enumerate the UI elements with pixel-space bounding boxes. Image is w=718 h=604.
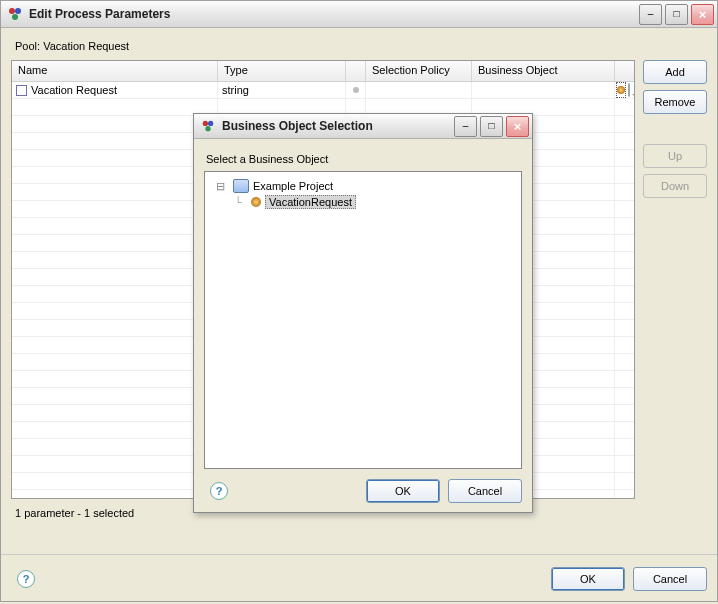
tree-line-icon: └ [229, 196, 247, 209]
dialog-label: Select a Business Object [204, 149, 522, 171]
dialog-close-button[interactable]: × [506, 116, 529, 137]
app-icon [7, 6, 23, 22]
col-end [615, 61, 634, 81]
col-business[interactable]: Business Object [472, 61, 615, 81]
pool-label: Pool: Vacation Request [11, 38, 707, 60]
business-picker-button[interactable] [616, 82, 626, 98]
ok-button[interactable]: OK [551, 567, 625, 591]
dialog-help-icon[interactable]: ? [210, 482, 228, 500]
tree-item-row[interactable]: └ VacationRequest [211, 194, 517, 210]
svg-point-0 [9, 8, 15, 14]
maximize-button[interactable]: □ [665, 4, 688, 25]
minimize-button[interactable]: – [639, 4, 662, 25]
expand-toggle[interactable]: ⊟ [211, 180, 229, 193]
svg-point-3 [203, 121, 208, 126]
dialog-title-bar[interactable]: Business Object Selection – □ × [194, 114, 532, 139]
help-icon[interactable]: ? [17, 570, 35, 588]
bean-icon [617, 86, 625, 94]
up-button: Up [643, 144, 707, 168]
dialog-title: Business Object Selection [222, 119, 454, 133]
close-button[interactable]: × [691, 4, 714, 25]
row-name: Vacation Request [31, 84, 117, 96]
dialog-ok-button[interactable]: OK [366, 479, 440, 503]
maximize-icon: □ [488, 121, 494, 131]
col-subtype[interactable] [346, 61, 366, 81]
add-button[interactable]: Add [643, 60, 707, 84]
subtype-dot-icon [353, 87, 359, 93]
row-icon [16, 85, 27, 96]
main-title-bar[interactable]: Edit Process Parameters – □ × [1, 1, 717, 28]
remove-button[interactable]: Remove [643, 90, 707, 114]
dialog-app-icon [200, 118, 216, 134]
dialog-minimize-button[interactable]: – [454, 116, 477, 137]
pool-prefix: Pool: [15, 40, 43, 52]
close-icon: × [514, 120, 522, 133]
dialog-maximize-button[interactable]: □ [480, 116, 503, 137]
bean-icon [251, 197, 261, 207]
minimize-icon: – [648, 9, 654, 19]
folder-icon [233, 179, 249, 193]
col-name[interactable]: Name [12, 61, 218, 81]
svg-point-5 [205, 126, 210, 131]
side-buttons: Add Remove Up Down [643, 60, 707, 499]
business-object-tree[interactable]: ⊟ Example Project └ VacationRequest [204, 171, 522, 469]
tree-item-label: VacationRequest [265, 195, 356, 209]
tree-project-label: Example Project [253, 180, 333, 192]
table-header: Name Type Selection Policy Business Obje… [12, 61, 634, 82]
comment-icon[interactable] [628, 83, 630, 97]
col-type[interactable]: Type [218, 61, 346, 81]
minimize-icon: – [463, 121, 469, 131]
maximize-icon: □ [673, 9, 679, 19]
bottom-bar: ? OK Cancel [1, 554, 717, 602]
col-selection[interactable]: Selection Policy [366, 61, 472, 81]
svg-point-1 [15, 8, 21, 14]
main-title-text: Edit Process Parameters [29, 7, 639, 21]
pool-name: Vacation Request [43, 40, 129, 52]
tree-project-row[interactable]: ⊟ Example Project [211, 178, 517, 194]
svg-point-4 [208, 121, 213, 126]
svg-point-2 [12, 14, 18, 20]
table-row[interactable]: Vacation Request string [12, 82, 634, 99]
main-window: Edit Process Parameters – □ × Pool: Vaca… [0, 0, 718, 602]
business-object-dialog: Business Object Selection – □ × Select a… [193, 113, 533, 513]
down-button: Down [643, 174, 707, 198]
cancel-button[interactable]: Cancel [633, 567, 707, 591]
close-icon: × [699, 8, 707, 21]
dialog-cancel-button[interactable]: Cancel [448, 479, 522, 503]
row-type: string [222, 84, 249, 96]
